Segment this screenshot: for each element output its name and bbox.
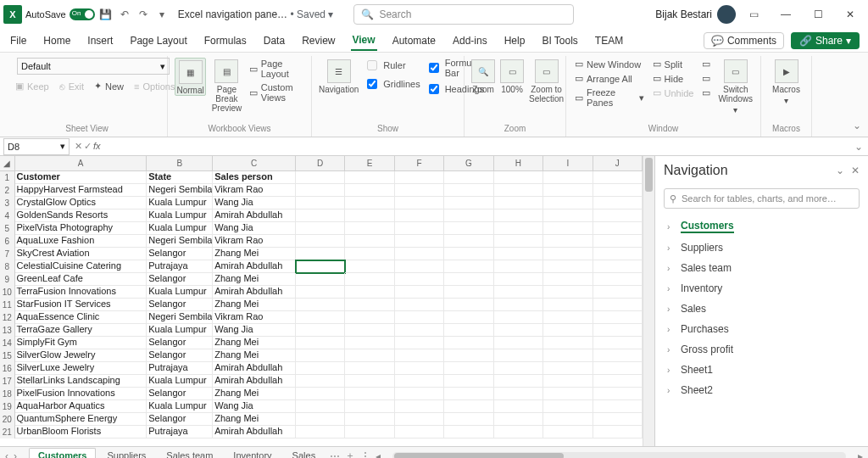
cell[interactable] <box>543 337 593 349</box>
cell[interactable]: Vikram Rao <box>213 184 295 197</box>
sheet-tab-sales-team[interactable]: Sales team <box>157 448 222 458</box>
cell[interactable] <box>395 222 444 235</box>
cell[interactable]: Putrajaya <box>147 426 213 438</box>
cell[interactable] <box>345 197 394 209</box>
cell[interactable] <box>494 311 543 324</box>
cell[interactable] <box>296 248 345 260</box>
cell[interactable] <box>395 324 444 337</box>
redo-icon[interactable]: ↷ <box>136 7 151 22</box>
sheet-tab-suppliers[interactable]: Suppliers <box>97 448 155 458</box>
cell[interactable] <box>444 337 493 349</box>
cell[interactable] <box>395 400 444 413</box>
formula-bar[interactable] <box>106 138 849 155</box>
nav-item-gross-profit[interactable]: ›Gross profit <box>655 339 868 360</box>
cell[interactable] <box>395 299 444 311</box>
cell[interactable] <box>593 197 643 209</box>
cell[interactable] <box>395 286 444 299</box>
cell[interactable]: StarFusion IT Services <box>15 299 147 311</box>
cell[interactable] <box>593 311 643 324</box>
cell[interactable] <box>444 209 493 222</box>
cell[interactable] <box>296 197 345 209</box>
cell[interactable] <box>395 413 444 426</box>
cell[interactable] <box>543 362 593 375</box>
save-icon[interactable]: 💾 <box>98 7 114 22</box>
cell[interactable] <box>593 413 643 426</box>
tab-file[interactable]: File <box>8 31 28 50</box>
cell[interactable] <box>543 235 593 248</box>
cell[interactable] <box>543 311 593 324</box>
cell[interactable]: SilverLuxe Jewelry <box>15 362 147 375</box>
cell[interactable]: Selangor <box>147 337 213 349</box>
col-header-I[interactable]: I <box>543 156 593 170</box>
horizontal-scrollbar[interactable] <box>392 452 846 459</box>
avatar[interactable] <box>717 5 736 24</box>
sheet-split-icon[interactable]: ⋮ <box>360 450 370 459</box>
sheet-tab-inventory[interactable]: Inventory <box>224 448 281 458</box>
cell[interactable] <box>345 375 394 388</box>
row-header[interactable]: 5 <box>0 222 15 235</box>
cell[interactable]: Kuala Lumpur <box>147 286 213 299</box>
comments-button[interactable]: 💬 Comments <box>704 32 784 49</box>
cell[interactable] <box>494 248 543 260</box>
cell[interactable]: Wang Jia <box>213 197 295 209</box>
nav-item-sheet2[interactable]: ›Sheet2 <box>655 380 868 400</box>
cell[interactable] <box>296 413 345 426</box>
row-header[interactable]: 16 <box>0 362 15 375</box>
cell[interactable]: Kuala Lumpur <box>147 375 213 388</box>
nav-item-sales-team[interactable]: ›Sales team <box>655 258 868 278</box>
cell[interactable] <box>593 337 643 349</box>
cell[interactable] <box>296 337 345 349</box>
cell[interactable] <box>444 324 493 337</box>
row-header[interactable]: 13 <box>0 324 15 337</box>
cell[interactable] <box>543 375 593 388</box>
cell[interactable]: QuantumSphere Energy <box>15 413 147 426</box>
cell[interactable] <box>395 375 444 388</box>
cell[interactable] <box>543 400 593 413</box>
cell[interactable] <box>494 400 543 413</box>
cell[interactable] <box>296 375 345 388</box>
cell[interactable] <box>395 426 444 438</box>
cell[interactable] <box>543 388 593 400</box>
cell[interactable] <box>444 413 493 426</box>
sheet-view-dropdown[interactable]: Default▾ <box>17 58 170 75</box>
cell[interactable]: PixelFusion Innovations <box>15 388 147 400</box>
cell[interactable]: UrbanBloom Florists <box>15 426 147 438</box>
row-header[interactable]: 12 <box>0 311 15 324</box>
nav-search[interactable]: ⚲ Search for tables, charts, and more… <box>664 188 860 209</box>
cell[interactable] <box>345 171 394 184</box>
cell[interactable]: Kuala Lumpur <box>147 400 213 413</box>
new-view-button[interactable]: ✦ New <box>92 80 125 92</box>
cell[interactable] <box>593 184 643 197</box>
cell[interactable] <box>395 197 444 209</box>
tab-view[interactable]: View <box>351 31 377 51</box>
custom-views-button[interactable]: ▭ Custom Views <box>248 81 304 103</box>
cell[interactable] <box>296 286 345 299</box>
cell[interactable] <box>543 171 593 184</box>
cell[interactable] <box>593 235 643 248</box>
tab-help[interactable]: Help <box>503 31 527 50</box>
cell[interactable] <box>444 184 493 197</box>
cell[interactable] <box>593 349 643 362</box>
cell[interactable]: TerraGaze Gallery <box>15 324 147 337</box>
col-header-E[interactable]: E <box>345 156 394 170</box>
row-header[interactable]: 6 <box>0 235 15 248</box>
tab-team[interactable]: TEAM <box>593 31 625 50</box>
zoom-selection-button[interactable]: ▭Zoom to Selection <box>529 58 564 103</box>
cell[interactable] <box>444 362 493 375</box>
cell[interactable] <box>494 299 543 311</box>
nav-item-customers[interactable]: ›Customers <box>655 215 868 237</box>
sheet-tab-customers[interactable]: Customers <box>29 448 96 458</box>
cell[interactable] <box>543 324 593 337</box>
cell[interactable]: Amirah Abdullah <box>213 286 295 299</box>
cell[interactable] <box>494 388 543 400</box>
cell[interactable]: Putrajaya <box>147 362 213 375</box>
cell[interactable]: Negeri Sembilan <box>147 311 213 324</box>
cell[interactable]: StellarLinks Landscaping <box>15 375 147 388</box>
cell[interactable] <box>296 349 345 362</box>
row-header[interactable]: 2 <box>0 184 15 197</box>
add-sheet-icon[interactable]: ＋ <box>345 449 355 458</box>
fx-icon[interactable]: fx <box>93 141 101 152</box>
cell[interactable]: Kuala Lumpur <box>147 197 213 209</box>
cell[interactable] <box>296 222 345 235</box>
cell[interactable]: AquaEssence Clinic <box>15 311 147 324</box>
